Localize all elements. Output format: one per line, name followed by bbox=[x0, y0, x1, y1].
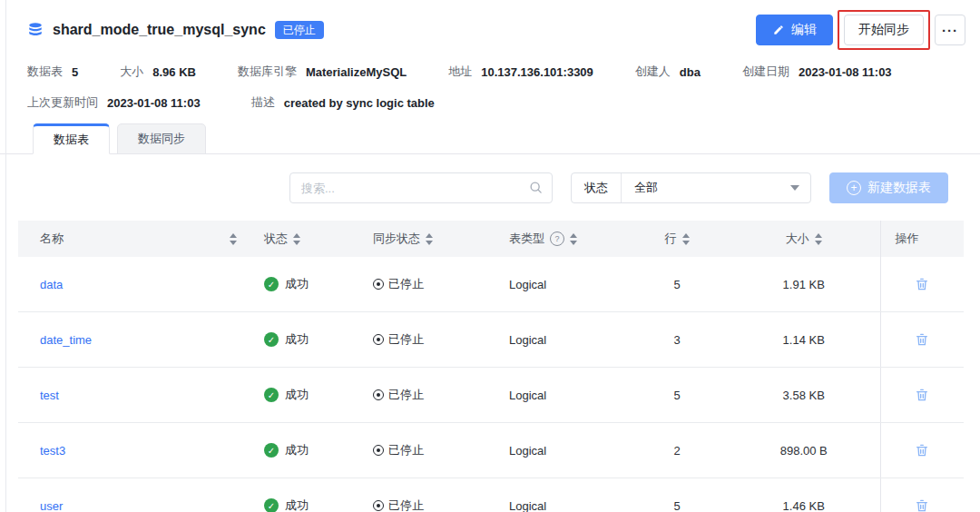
size-text: 1.91 KB bbox=[783, 278, 825, 291]
meta-engine: 数据库引擎 MaterializeMySQL bbox=[238, 64, 407, 80]
start-sync-label: 开始同步 bbox=[858, 22, 909, 38]
meta-value: 5 bbox=[72, 65, 78, 79]
trash-icon bbox=[915, 498, 929, 512]
table-toolbar: 状态 全部 + 新建数据表 bbox=[0, 172, 980, 203]
column-label: 表类型 bbox=[509, 231, 544, 247]
more-actions-button[interactable]: ··· bbox=[935, 15, 965, 45]
success-check-icon: ✓ bbox=[264, 277, 279, 291]
sort-icon[interactable] bbox=[570, 233, 577, 245]
table-name-link[interactable]: data bbox=[40, 278, 63, 291]
size-text: 3.58 KB bbox=[783, 389, 825, 402]
meta-value: 2023-01-08 11:03 bbox=[107, 96, 201, 110]
sync-status-text: 已停止 bbox=[388, 331, 424, 348]
meta-row-2: 上次更新时间 2023-01-08 11:03 描述 created by sy… bbox=[0, 94, 980, 111]
row-count-text: 5 bbox=[673, 389, 680, 402]
table-type-text: Logical bbox=[509, 389, 546, 402]
chevron-down-icon bbox=[790, 185, 799, 191]
meta-label: 描述 bbox=[251, 94, 275, 111]
stopped-record-icon bbox=[373, 445, 384, 456]
success-check-icon: ✓ bbox=[264, 332, 279, 347]
meta-last-updated: 上次更新时间 2023-01-08 11:03 bbox=[27, 94, 201, 111]
tab-data-sync[interactable]: 数据同步 bbox=[117, 123, 206, 154]
meta-value: MaterializeMySQL bbox=[306, 65, 407, 79]
sync-status-text: 已停止 bbox=[388, 387, 424, 403]
size-text: 1.46 KB bbox=[783, 499, 825, 512]
search-box bbox=[289, 172, 553, 203]
sync-status-text: 已停止 bbox=[388, 442, 424, 458]
table-type-text: Logical bbox=[509, 333, 546, 347]
create-table-button[interactable]: + 新建数据表 bbox=[829, 172, 948, 203]
tab-label: 数据同步 bbox=[138, 131, 185, 147]
column-header-name: 名称 bbox=[18, 221, 250, 257]
help-icon[interactable]: ? bbox=[550, 231, 564, 246]
stopped-record-icon bbox=[373, 500, 384, 511]
size-text: 898.00 B bbox=[780, 444, 828, 458]
stopped-record-icon bbox=[373, 389, 384, 400]
delete-button[interactable] bbox=[909, 493, 935, 512]
meta-label: 大小 bbox=[120, 64, 143, 80]
delete-button[interactable] bbox=[909, 438, 935, 463]
meta-value: 10.137.136.101:3309 bbox=[481, 65, 593, 79]
column-header-actions: 操作 bbox=[880, 221, 964, 257]
table-type-text: Logical bbox=[509, 444, 546, 458]
table-name-link[interactable]: user bbox=[40, 499, 63, 512]
start-sync-wrap: 开始同步 bbox=[844, 15, 924, 45]
sort-icon[interactable] bbox=[293, 233, 300, 245]
success-check-icon: ✓ bbox=[264, 498, 279, 512]
meta-value: created by sync logic table bbox=[284, 96, 435, 110]
delete-button[interactable] bbox=[909, 327, 935, 352]
data-tables-table: 名称 状态 同步状态 bbox=[18, 221, 964, 512]
table-name-link[interactable]: date_time bbox=[40, 333, 92, 347]
table-row: test3 ✓ 成功 已停止 Logical 2 898.00 B bbox=[18, 423, 964, 478]
header-actions: 编辑 开始同步 ··· bbox=[756, 15, 965, 45]
column-header-size: 大小 bbox=[728, 221, 880, 257]
delete-button[interactable] bbox=[909, 382, 935, 408]
table-name-link[interactable]: test3 bbox=[40, 444, 65, 458]
filter-selected-value: 全部 bbox=[622, 180, 790, 196]
table-row: user ✓ 成功 已停止 Logical 5 1.46 KB bbox=[18, 478, 964, 512]
meta-value: 8.96 KB bbox=[152, 65, 196, 79]
table-type-text: Logical bbox=[509, 499, 546, 512]
trash-icon bbox=[915, 277, 929, 291]
row-count-text: 5 bbox=[673, 499, 680, 512]
column-label: 同步状态 bbox=[373, 231, 420, 247]
delete-button[interactable] bbox=[909, 271, 935, 297]
table-row: test ✓ 成功 已停止 Logical 5 3.58 KB bbox=[18, 368, 964, 423]
sort-icon[interactable] bbox=[815, 233, 822, 245]
status-text: 成功 bbox=[285, 442, 309, 458]
tab-data-tables[interactable]: 数据表 bbox=[33, 123, 110, 154]
meta-label: 创建人 bbox=[635, 64, 671, 80]
stopped-record-icon bbox=[373, 334, 384, 345]
column-header-sync-status: 同步状态 bbox=[358, 221, 495, 257]
left-panel-divider bbox=[5, 0, 6, 512]
title-group: shard_mode_true_mysql_sync 已停止 bbox=[27, 21, 324, 39]
table-row: data ✓ 成功 已停止 Logical 5 1.91 KB bbox=[18, 257, 964, 312]
column-label: 操作 bbox=[896, 231, 919, 245]
page-title: shard_mode_true_mysql_sync bbox=[53, 22, 266, 38]
trash-icon bbox=[915, 443, 929, 458]
tab-label: 数据表 bbox=[54, 132, 89, 148]
row-count-text: 5 bbox=[673, 278, 680, 291]
table-row: date_time ✓ 成功 已停止 Logical 3 1.14 KB bbox=[18, 312, 964, 368]
meta-creator: 创建人 dba bbox=[635, 64, 701, 80]
sort-icon[interactable] bbox=[426, 233, 433, 245]
meta-label: 数据表 bbox=[27, 64, 63, 80]
page-header: shard_mode_true_mysql_sync 已停止 编辑 开始同步 ·… bbox=[0, 0, 980, 45]
sort-icon[interactable] bbox=[682, 233, 690, 245]
pencil-icon bbox=[772, 24, 785, 36]
status-filter-select[interactable]: 状态 全部 bbox=[571, 172, 811, 203]
trash-icon bbox=[915, 388, 929, 402]
status-text: 成功 bbox=[285, 387, 309, 403]
edit-button[interactable]: 编辑 bbox=[756, 15, 833, 45]
status-text: 成功 bbox=[285, 331, 309, 348]
success-check-icon: ✓ bbox=[264, 388, 279, 402]
sort-icon[interactable] bbox=[230, 233, 237, 245]
success-check-icon: ✓ bbox=[264, 443, 279, 458]
tab-bar: 数据表 数据同步 bbox=[0, 123, 980, 154]
meta-label: 地址 bbox=[448, 64, 472, 80]
search-input[interactable] bbox=[289, 172, 553, 203]
meta-size: 大小 8.96 KB bbox=[120, 64, 196, 80]
start-sync-button[interactable]: 开始同步 bbox=[844, 15, 924, 45]
meta-address: 地址 10.137.136.101:3309 bbox=[448, 64, 593, 80]
table-name-link[interactable]: test bbox=[40, 389, 59, 402]
